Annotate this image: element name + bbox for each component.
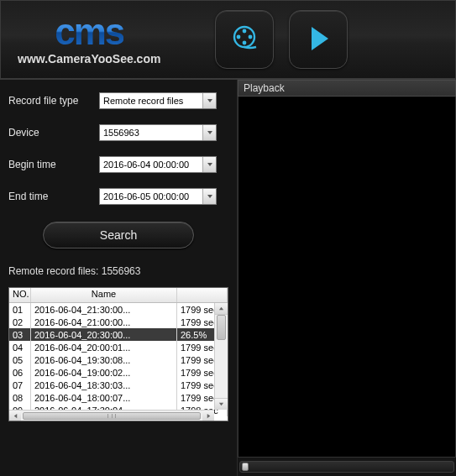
brand: cms www.CameraYooSee.com <box>18 13 160 65</box>
scroll-right-icon[interactable] <box>202 411 214 421</box>
cell-name: 2016-06-04_19:30:08... <box>31 353 177 366</box>
film-reel-icon <box>228 22 261 58</box>
app-header: cms www.CameraYooSee.com <box>0 0 456 80</box>
playback-seek-slider[interactable] <box>239 461 454 473</box>
search-button-label: Search <box>100 228 137 242</box>
chevron-down-icon[interactable] <box>202 125 216 140</box>
record-mode-button[interactable] <box>215 10 274 69</box>
begin-time-value: 2016-06-04 00:00:00 <box>103 160 189 170</box>
record-type-label: Record file type <box>8 95 92 107</box>
cell-no: 02 <box>9 316 31 328</box>
col-header-no[interactable]: NO. <box>9 288 31 302</box>
logo-text: cms <box>55 13 123 50</box>
vertical-scrollbar[interactable] <box>214 303 228 410</box>
video-viewport[interactable] <box>238 97 456 458</box>
record-type-select[interactable]: Remote record files <box>99 92 217 109</box>
cell-no: 03 <box>9 328 31 341</box>
device-select[interactable]: 1556963 <box>99 124 217 141</box>
table-row[interactable]: 012016-06-04_21:30:00...1799 sec <box>9 303 228 316</box>
chevron-down-icon[interactable] <box>202 157 216 172</box>
table-row[interactable]: 062016-06-04_19:00:02...1799 sec <box>9 366 228 379</box>
cell-no: 08 <box>9 391 31 404</box>
cell-name: 2016-06-04_20:00:01... <box>31 341 177 353</box>
svg-point-2 <box>237 34 241 39</box>
scroll-thumb[interactable] <box>23 412 201 420</box>
chevron-down-icon[interactable] <box>202 93 216 108</box>
search-panel: Record file type Remote record files Dev… <box>0 80 237 476</box>
playback-title: Playback <box>238 80 456 97</box>
results-table: NO. Name 012016-06-04_21:30:00...1799 se… <box>8 287 228 421</box>
svg-point-4 <box>243 40 247 44</box>
brand-url: www.CameraYooSee.com <box>18 52 160 65</box>
svg-point-1 <box>243 29 247 33</box>
table-row[interactable]: 052016-06-04_19:30:08...1799 sec <box>9 353 228 366</box>
play-icon <box>301 22 335 58</box>
scroll-up-icon[interactable] <box>215 303 228 315</box>
cell-no: 07 <box>9 379 31 391</box>
cell-no: 01 <box>9 303 31 316</box>
begin-time-label: Begin time <box>8 159 92 170</box>
results-label: Remote record files: 1556963 <box>8 265 228 277</box>
device-label: Device <box>8 127 92 139</box>
scroll-thumb[interactable] <box>217 315 226 340</box>
chevron-down-icon[interactable] <box>202 189 216 204</box>
cell-name: 2016-06-04_19:00:02... <box>31 366 177 379</box>
header-buttons <box>215 10 348 69</box>
svg-point-3 <box>249 34 253 39</box>
cell-no: 05 <box>9 353 31 366</box>
cell-no: 04 <box>9 341 31 353</box>
cell-name: 2016-06-04_21:30:00... <box>31 303 177 316</box>
cell-name: 2016-06-04_21:00:00... <box>31 316 177 328</box>
begin-time-input[interactable]: 2016-06-04 00:00:00 <box>99 156 217 173</box>
col-header-name[interactable]: Name <box>31 288 177 302</box>
seek-knob[interactable] <box>242 463 249 471</box>
end-time-value: 2016-06-05 00:00:00 <box>103 191 189 201</box>
scroll-down-icon[interactable] <box>215 398 228 410</box>
table-header: NO. Name <box>9 288 228 303</box>
table-row[interactable]: 032016-06-04_20:30:00...26.5% <box>9 328 228 341</box>
table-row[interactable]: 022016-06-04_21:00:00...1799 sec <box>9 316 228 328</box>
cell-no: 06 <box>9 366 31 379</box>
end-time-label: End time <box>8 191 92 202</box>
play-mode-button[interactable] <box>289 10 348 69</box>
record-type-value: Remote record files <box>103 96 183 106</box>
search-button[interactable]: Search <box>43 222 194 248</box>
cell-name: 2016-06-04_20:30:00... <box>31 328 177 341</box>
table-row[interactable]: 072016-06-04_18:30:03...1799 sec <box>9 379 228 391</box>
device-value: 1556963 <box>103 128 139 138</box>
playback-panel: Playback <box>237 80 456 476</box>
table-body: 012016-06-04_21:30:00...1799 sec022016-0… <box>9 303 228 421</box>
table-row[interactable]: 082016-06-04_18:00:07...1799 sec <box>9 391 228 404</box>
cell-name: 2016-06-04_18:00:07... <box>31 391 177 404</box>
col-header-length[interactable] <box>177 288 228 302</box>
end-time-input[interactable]: 2016-06-05 00:00:00 <box>99 188 217 205</box>
horizontal-scrollbar[interactable] <box>9 410 214 421</box>
scroll-left-icon[interactable] <box>9 411 21 421</box>
table-row[interactable]: 042016-06-04_20:00:01...1799 sec <box>9 341 228 353</box>
cell-name: 2016-06-04_18:30:03... <box>31 379 177 391</box>
